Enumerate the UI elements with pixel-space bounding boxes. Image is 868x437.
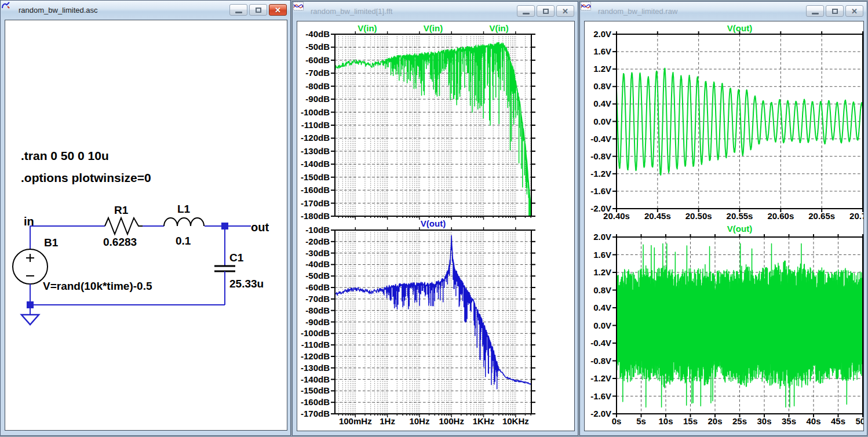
fft-bottom-y-tick-label: -60dB [297, 282, 330, 292]
fft-bottom-y-tick-label: -20dB [297, 236, 330, 246]
fft-plot-area[interactable]: -40dB-50dB-60dB-70dB-80dB-90dB-100dB-110… [297, 21, 575, 431]
source-name[interactable]: B1 [44, 236, 58, 249]
window-schematic: random_bw_limited.asc ✕ .tran 0 50 0 10u… [0, 0, 291, 436]
fft-top-y-tick-label: -80dB [297, 81, 330, 91]
fft-top-y-tick-label: -170dB [297, 198, 330, 208]
minimize-button[interactable] [806, 5, 824, 17]
fft-bottom-y-tick-label: -100dB [297, 328, 330, 338]
schematic-window-title: random_bw_limited.asc [19, 6, 98, 14]
close-button[interactable]: ✕ [556, 5, 574, 17]
net-label-out[interactable]: out [251, 221, 269, 234]
fft-bottom-y-tick-label: -30dB [297, 248, 330, 258]
fft-top-y-tick-label: -90dB [297, 94, 330, 104]
fft-bottom-y-tick-label: -70dB [297, 294, 330, 304]
wave-top-y-tick-label: 0.4V [585, 99, 611, 108]
waveform-titlebar[interactable]: random_bw_limited.raw ✕ [581, 2, 866, 20]
wave-bottom-trace-label[interactable]: V(out) [727, 224, 752, 234]
minimize-icon [523, 13, 530, 14]
fft-plot-file-icon [297, 6, 308, 16]
close-icon: ✕ [562, 8, 568, 15]
fft-bottom-x-tick-label: 10KHz [490, 416, 542, 426]
fft-bottom-y-tick-label: -150dB [297, 385, 330, 395]
inductor-value[interactable]: 0.1 [176, 235, 191, 247]
fft-top-trace-label[interactable]: V(in) [424, 23, 443, 33]
wave-top-trace [617, 68, 863, 175]
wave-top-y-tick-label: 0.0V [585, 116, 611, 126]
fft-top-y-tick-label: -120dB [297, 133, 330, 143]
wave-bottom-y-tick-label: 2.0V [585, 232, 611, 242]
waveform-caption-buttons: ✕ [806, 5, 863, 17]
resistor-name[interactable]: R1 [114, 204, 128, 217]
directive-tran[interactable]: .tran 0 50 0 10u [21, 149, 109, 163]
maximize-icon [256, 8, 261, 13]
resistor-value[interactable]: 0.6283 [103, 236, 137, 249]
client-wave-svg [585, 21, 863, 431]
wave-bottom-y-tick-label: -1.2V [585, 373, 611, 383]
maximize-button[interactable] [826, 5, 844, 17]
wave-top-y-tick-label: 1.6V [585, 46, 611, 56]
close-button[interactable]: ✕ [845, 5, 863, 17]
maximize-icon [832, 9, 838, 14]
fft-top-y-tick-label: -110dB [297, 120, 330, 130]
maximize-icon [543, 9, 549, 14]
wave-bottom-y-tick-label: 1.6V [585, 250, 611, 260]
wave-top-x-tick-label: 20.70s [837, 211, 864, 221]
minimize-icon [235, 12, 242, 13]
wave-bottom-y-tick-label: 1.2V [585, 267, 611, 277]
inductor-name[interactable]: L1 [177, 203, 190, 216]
waveform-plot-file-icon [585, 6, 595, 16]
wave-bottom-y-tick-label: -1.6V [585, 391, 611, 401]
minimize-icon [812, 13, 819, 14]
wave-bottom-y-tick-label: 0.8V [585, 285, 611, 295]
net-label-in[interactable]: in [24, 215, 34, 228]
fft-top-y-tick-label: -140dB [297, 159, 330, 169]
fft-top-y-tick-label: -50dB [297, 42, 330, 52]
fft-top-y-tick-label: -40dB [297, 29, 330, 39]
fft-caption-buttons: ✕ [517, 5, 574, 17]
fft-top-y-tick-label: -130dB [297, 146, 330, 156]
close-button[interactable]: ✕ [269, 4, 287, 16]
maximize-button[interactable] [537, 5, 555, 17]
schematic-canvas[interactable]: .tran 0 50 0 10u .options plotwinsize=0 … [5, 20, 287, 431]
wave-top-y-tick-label: -1.6V [585, 186, 611, 196]
close-icon: ✕ [275, 6, 281, 14]
fft-bottom-trace-label[interactable]: V(out) [421, 218, 446, 228]
wave-bottom-y-tick-label: 0.0V [585, 321, 611, 330]
fft-bottom-y-tick-label: -170dB [297, 409, 330, 418]
fft-bottom-y-tick-label: -120dB [297, 351, 330, 361]
waveform-window-title: random_bw_limited.raw [598, 7, 677, 16]
fft-top-trace [335, 42, 531, 224]
wave-top-y-tick-label: -0.8V [585, 151, 611, 161]
capacitor-name[interactable]: C1 [229, 252, 243, 264]
fft-bottom-y-tick-label: -110dB [297, 340, 330, 349]
fft-bottom-y-tick-label: -130dB [297, 363, 330, 373]
fft-top-y-tick-label: -70dB [297, 68, 330, 78]
fft-top-trace-label[interactable]: V(in) [489, 23, 508, 33]
fft-top-y-tick-label: -100dB [297, 107, 330, 117]
wave-bottom-y-tick-label: -0.4V [585, 338, 611, 348]
waveform-plot-area[interactable]: 2.0V1.6V1.2V0.8V0.4V0.0V-0.4V-0.8V-1.2V-… [584, 21, 864, 431]
wave-bottom-y-tick-label: 0.4V [585, 303, 611, 312]
fft-bottom-y-tick-label: -90dB [297, 317, 330, 327]
fft-top-y-tick-label: -60dB [297, 55, 330, 65]
capacitor-value[interactable]: 25.33u [229, 278, 264, 290]
source-value[interactable]: V=rand(10k*time)-0.5 [43, 280, 152, 293]
wave-top-y-tick-label: -1.2V [585, 169, 611, 179]
schematic-drawing [5, 20, 287, 430]
close-icon: ✕ [851, 8, 858, 15]
wave-bottom-x-tick-label: 50s [837, 416, 864, 426]
schematic-caption-buttons: ✕ [229, 4, 287, 16]
fft-top-trace-label[interactable]: V(in) [358, 23, 377, 33]
wave-top-trace-label[interactable]: V(out) [727, 23, 752, 33]
minimize-button[interactable] [229, 4, 247, 16]
wave-top-y-tick-label: 1.2V [585, 64, 611, 74]
directive-options[interactable]: .options plotwinsize=0 [21, 171, 151, 185]
wave-bottom-y-tick-label: -0.8V [585, 356, 611, 366]
window-waveform: random_bw_limited.raw ✕ 2.0V1.6V1.2V0.8V… [579, 1, 867, 436]
schematic-titlebar[interactable]: random_bw_limited.asc ✕ [1, 1, 290, 19]
fft-window-title: random_bw_limited[1].fft [311, 7, 392, 16]
maximize-button[interactable] [249, 4, 267, 16]
minimize-button[interactable] [517, 5, 535, 17]
fft-bottom-trace [335, 235, 531, 389]
fft-titlebar[interactable]: random_bw_limited[1].fft ✕ [293, 2, 577, 20]
